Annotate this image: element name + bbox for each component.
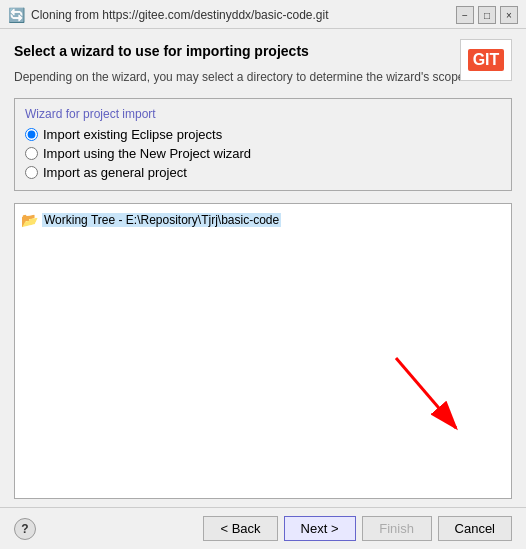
button-bar: ? < Back Next > Finish Cancel bbox=[0, 507, 526, 549]
git-logo: GIT bbox=[460, 39, 512, 81]
page-subtitle: Depending on the wizard, you may select … bbox=[14, 69, 512, 86]
finish-button[interactable]: Finish bbox=[362, 516, 432, 541]
next-button[interactable]: Next > bbox=[284, 516, 356, 541]
radio-label-3: Import as general project bbox=[43, 165, 187, 180]
close-button[interactable]: × bbox=[500, 6, 518, 24]
radio-general-project[interactable] bbox=[25, 166, 38, 179]
back-button[interactable]: < Back bbox=[203, 516, 277, 541]
radio-option-1[interactable]: Import existing Eclipse projects bbox=[25, 127, 501, 142]
folder-icon: 📂 bbox=[21, 212, 38, 228]
clone-icon: 🔄 bbox=[8, 7, 25, 23]
wizard-group: Wizard for project import Import existin… bbox=[14, 98, 512, 191]
window-controls: − □ × bbox=[456, 6, 518, 24]
title-bar: 🔄 Cloning from https://gitee.com/destiny… bbox=[0, 0, 526, 29]
restore-button[interactable]: □ bbox=[478, 6, 496, 24]
main-content: GIT Select a wizard to use for importing… bbox=[0, 29, 526, 507]
cancel-button[interactable]: Cancel bbox=[438, 516, 512, 541]
wizard-group-label: Wizard for project import bbox=[25, 107, 501, 121]
radio-import-existing[interactable] bbox=[25, 128, 38, 141]
radio-label-1: Import existing Eclipse projects bbox=[43, 127, 222, 142]
minimize-button[interactable]: − bbox=[456, 6, 474, 24]
page-title: Select a wizard to use for importing pro… bbox=[14, 43, 512, 59]
title-bar-text: Cloning from https://gitee.com/destinydd… bbox=[31, 8, 450, 22]
tree-item[interactable]: 📂 Working Tree - E:\Repository\Tjrj\basi… bbox=[21, 210, 505, 230]
help-button[interactable]: ? bbox=[14, 518, 36, 540]
radio-option-2[interactable]: Import using the New Project wizard bbox=[25, 146, 501, 161]
tree-box: 📂 Working Tree - E:\Repository\Tjrj\basi… bbox=[14, 203, 512, 499]
radio-label-2: Import using the New Project wizard bbox=[43, 146, 251, 161]
tree-item-text: Working Tree - E:\Repository\Tjrj\basic-… bbox=[42, 213, 281, 227]
radio-new-project[interactable] bbox=[25, 147, 38, 160]
git-logo-text: GIT bbox=[468, 49, 505, 71]
radio-option-3[interactable]: Import as general project bbox=[25, 165, 501, 180]
